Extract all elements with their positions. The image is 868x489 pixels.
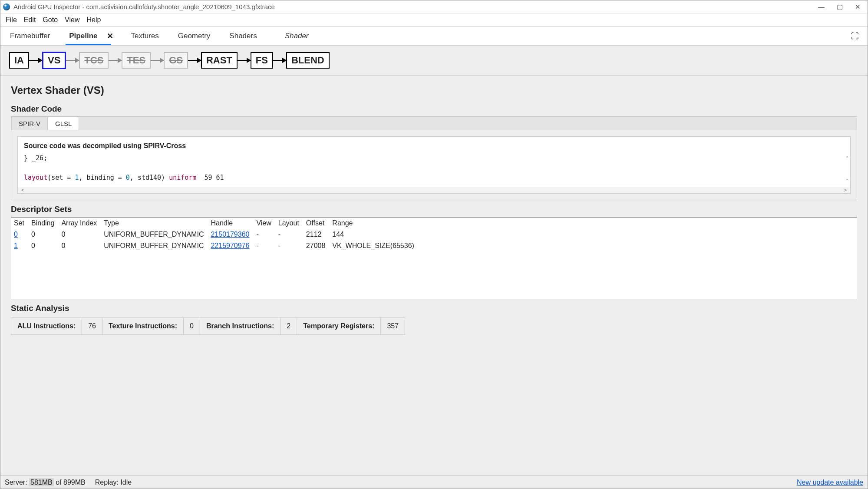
menu-edit[interactable]: Edit (21, 15, 39, 25)
static-analysis-heading: Static Analysis (11, 304, 857, 313)
cell-array-index: 0 (59, 229, 101, 240)
decompile-note: Source code was decompiled using SPIRV-C… (18, 137, 850, 153)
col-range[interactable]: Range (330, 218, 419, 229)
page-title: Vertex Shader (VS) (11, 84, 857, 96)
col-binding[interactable]: Binding (29, 218, 59, 229)
menu-help[interactable]: Help (84, 15, 103, 25)
arrow-icon (29, 60, 42, 61)
cell-type: UNIFORM_BUFFER_DYNAMIC (101, 229, 208, 240)
arrow-icon (66, 60, 79, 61)
shader-tab-spirv[interactable]: SPIR-V (11, 117, 48, 130)
stage-rast[interactable]: RAST (201, 52, 238, 69)
menu-view[interactable]: View (62, 15, 82, 25)
statusbar: Server: 581MB of 899MB Replay: Idle New … (0, 476, 868, 489)
tab-geometry[interactable]: Geometry (176, 27, 212, 45)
status-server-used: 581MB (29, 478, 54, 486)
descriptor-sets-heading: Descriptor Sets (11, 205, 857, 214)
handle-link[interactable]: 2215970976 (211, 242, 249, 249)
stat-branch-value: 2 (281, 317, 297, 335)
minimize-icon[interactable]: — (818, 3, 825, 11)
status-replay-state: Idle (120, 479, 132, 486)
shader-code-tabs: SPIR-V GLSL (11, 117, 857, 130)
col-set[interactable]: Set (11, 218, 29, 229)
set-link[interactable]: 1 (14, 242, 18, 249)
col-type[interactable]: Type (101, 218, 208, 229)
menubar: File Edit Goto View Help (0, 13, 868, 26)
col-view[interactable]: View (254, 218, 275, 229)
table-row[interactable]: 1 0 0 UNIFORM_BUFFER_DYNAMIC 2215970976 … (11, 240, 419, 251)
cell-layout: - (276, 229, 304, 240)
tab-shaders[interactable]: Shaders (228, 27, 258, 45)
stage-fs[interactable]: FS (251, 52, 273, 69)
app-icon (3, 3, 10, 10)
cell-type: UNIFORM_BUFFER_DYNAMIC (101, 240, 208, 251)
stage-vs[interactable]: VS (42, 52, 66, 69)
window-title: Android GPU Inspector - com.activision.c… (13, 3, 818, 10)
update-link[interactable]: New update available (797, 479, 863, 486)
cell-range: VK_WHOLE_SIZE(65536) (330, 240, 419, 251)
arrow-icon (238, 60, 251, 61)
set-link[interactable]: 0 (14, 231, 18, 238)
stage-blend[interactable]: BLEND (286, 52, 330, 69)
stat-alu-label: ALU Instructions: (11, 317, 82, 335)
stat-temp-value: 357 (381, 317, 405, 335)
stat-texture-label: Texture Instructions: (102, 317, 184, 335)
tab-pipeline[interactable]: Pipeline (67, 27, 99, 45)
cell-offset: 27008 (304, 240, 330, 251)
cell-view: - (254, 229, 275, 240)
fullscreen-icon[interactable]: ⛶ (851, 32, 860, 41)
pipeline-stages: IA VS TCS TES GS RAST FS BLEND (0, 46, 868, 76)
cell-offset: 2112 (304, 229, 330, 240)
col-offset[interactable]: Offset (304, 218, 330, 229)
status-server-total: of 899MB (56, 479, 85, 486)
col-handle[interactable]: Handle (208, 218, 254, 229)
shader-code-panel: SPIR-V GLSL Source code was decompiled u… (11, 116, 857, 200)
menu-goto[interactable]: Goto (40, 15, 60, 25)
stat-texture-value: 0 (184, 317, 200, 335)
close-icon[interactable]: ✕ (855, 3, 861, 11)
stat-alu-value: 76 (82, 317, 102, 335)
status-server: Server: 581MB of 899MB (5, 479, 86, 486)
static-analysis-stats: ALU Instructions: 76 Texture Instruction… (11, 317, 857, 335)
arrow-icon (273, 60, 286, 61)
stage-tcs[interactable]: TCS (79, 52, 109, 69)
stat-temp-label: Temporary Registers: (297, 317, 381, 335)
col-array-index[interactable]: Array Index (59, 218, 101, 229)
cell-array-index: 0 (59, 240, 101, 251)
table-row[interactable]: 0 0 0 UNIFORM_BUFFER_DYNAMIC 2150179360 … (11, 229, 419, 240)
tabbar: Framebuffer Pipeline ✕ Textures Geometry… (0, 26, 868, 46)
descriptor-sets-table-wrap: Set Binding Array Index Type Handle View… (11, 217, 857, 299)
tab-shader-italic[interactable]: Shader (283, 27, 310, 45)
cell-range: 144 (330, 229, 419, 240)
descriptor-sets-table: Set Binding Array Index Type Handle View… (11, 218, 419, 251)
cell-view: - (254, 240, 275, 251)
stat-branch-label: Branch Instructions: (200, 317, 281, 335)
tab-textures[interactable]: Textures (129, 27, 160, 45)
stage-gs[interactable]: GS (164, 52, 188, 69)
cell-binding: 0 (29, 240, 59, 251)
table-header-row: Set Binding Array Index Type Handle View… (11, 218, 419, 229)
tab-framebuffer[interactable]: Framebuffer (8, 27, 52, 45)
maximize-icon[interactable]: ▢ (837, 3, 843, 11)
shader-tab-glsl[interactable]: GLSL (48, 117, 79, 130)
cell-binding: 0 (29, 229, 59, 240)
code-hscroll[interactable]: <> (18, 187, 850, 193)
handle-link[interactable]: 2150179360 (211, 231, 249, 238)
stage-tes[interactable]: TES (122, 52, 151, 69)
menu-file[interactable]: File (3, 15, 20, 25)
content-area: Vertex Shader (VS) Shader Code SPIR-V GL… (0, 76, 868, 476)
shader-code-heading: Shader Code (11, 104, 857, 114)
tab-close-icon[interactable]: ✕ (107, 31, 113, 41)
status-replay: Replay: Idle (95, 479, 132, 486)
code-vscroll[interactable]: ˄˅ (846, 156, 848, 185)
stage-ia[interactable]: IA (9, 52, 29, 69)
cell-layout: - (276, 240, 304, 251)
code-text[interactable]: } _26; layout(set = 1, binding = 0, std1… (18, 153, 850, 187)
arrow-icon (151, 60, 164, 61)
arrow-icon (188, 60, 201, 61)
col-layout[interactable]: Layout (276, 218, 304, 229)
arrow-icon (109, 60, 122, 61)
titlebar: Android GPU Inspector - com.activision.c… (0, 0, 868, 13)
code-card: Source code was decompiled using SPIRV-C… (17, 136, 851, 194)
